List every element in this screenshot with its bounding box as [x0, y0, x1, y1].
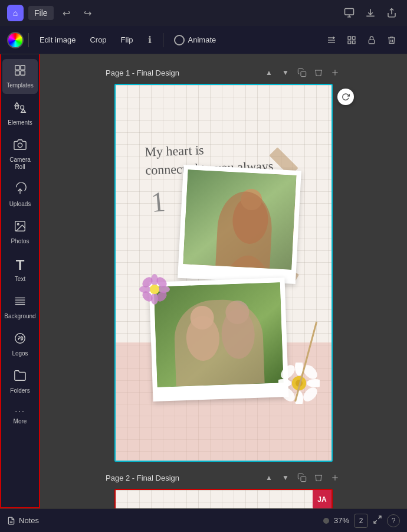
lock-icon[interactable]	[363, 32, 380, 48]
ja-badge: JA	[313, 490, 331, 508]
polaroid-1-photo	[183, 169, 296, 269]
more-icon: ···	[15, 406, 25, 416]
svg-point-54	[278, 379, 291, 387]
edit-image-button[interactable]: Edit image	[34, 32, 81, 47]
logos-icon	[14, 332, 27, 348]
page-2-add-icon[interactable]	[329, 471, 342, 484]
sidebar-item-camera-roll[interactable]: Camera Roll	[2, 133, 38, 175]
page-2-icons: ▲ ▼	[262, 471, 342, 484]
share-icon[interactable]	[383, 5, 400, 21]
toolbar: Edit image Crop Flip ℹ Animate	[0, 26, 407, 54]
page-2-header: Page 2 - Final Design ▲ ▼	[106, 471, 342, 484]
svg-rect-28	[301, 71, 306, 77]
page-1-header: Page 1 - Final Design ▲ ▼	[106, 66, 342, 79]
sidebar-item-folders[interactable]: Folders	[2, 364, 38, 399]
refresh-button[interactable]	[337, 89, 354, 105]
svg-rect-7	[352, 37, 355, 40]
svg-rect-62	[301, 476, 306, 482]
notes-button[interactable]: Notes	[7, 516, 39, 525]
page-1-collapse-up[interactable]: ▲	[262, 66, 275, 79]
sidebar-item-templates[interactable]: Templates	[2, 59, 38, 94]
elements-icon	[14, 101, 27, 117]
page-2-canvas[interactable]: JA	[114, 489, 333, 508]
page-1-title: Page 1 - Final Design	[106, 68, 258, 77]
sidebar-item-more[interactable]: ··· More	[2, 402, 38, 430]
number-decoration: 1	[150, 185, 167, 218]
trash-icon[interactable]	[383, 32, 400, 48]
page-2-collapse-up[interactable]: ▲	[262, 471, 275, 484]
sidebar-item-logos[interactable]: Logos	[2, 327, 38, 362]
topbar: ⌂ File ↩ ↪	[0, 0, 407, 26]
polaroid-2-photo	[154, 282, 284, 387]
background-icon	[14, 295, 27, 311]
progress-dot[interactable]	[323, 518, 329, 524]
page-2-delete-icon[interactable]	[312, 471, 325, 484]
flip-button[interactable]: Flip	[115, 32, 139, 47]
folders-icon	[14, 369, 27, 385]
sidebar-item-text[interactable]: T Text	[2, 252, 38, 288]
divider-2	[163, 33, 163, 47]
page-2-collapse-down[interactable]: ▼	[279, 471, 292, 484]
page-2-copy-icon[interactable]	[296, 471, 308, 484]
page-1-collapse-down[interactable]: ▼	[279, 66, 292, 79]
more-label: More	[14, 418, 27, 425]
svg-rect-9	[352, 41, 355, 44]
download-icon[interactable]	[362, 5, 379, 21]
sidebar: Templates Elements Camera Roll	[0, 54, 40, 508]
text-label: Text	[15, 276, 25, 283]
page-2-frame-wrapper: JA	[114, 489, 333, 508]
page-1-canvas[interactable]: My heart is connected to you always 1	[114, 84, 333, 462]
page-count-button[interactable]: 2	[354, 514, 368, 528]
svg-point-19	[18, 143, 22, 147]
text-icon: T	[16, 257, 25, 273]
page-1-frame-wrapper: My heart is connected to you always 1	[114, 84, 333, 462]
page-1-delete-icon[interactable]	[312, 66, 325, 79]
info-icon[interactable]: ℹ	[142, 32, 158, 48]
svg-point-37	[186, 315, 221, 361]
home-button[interactable]: ⌂	[7, 5, 24, 21]
camera-roll-icon	[14, 138, 27, 154]
page-1-add-icon[interactable]	[329, 66, 342, 79]
uploads-icon	[14, 182, 27, 198]
bottombar: Notes 37% 2 ?	[0, 508, 407, 532]
background-label: Background	[4, 313, 35, 320]
sidebar-item-uploads[interactable]: Uploads	[2, 178, 38, 213]
uploads-label: Uploads	[9, 201, 31, 208]
polaroid-2[interactable]	[149, 278, 289, 402]
animate-button[interactable]: Animate	[168, 32, 222, 48]
color-picker[interactable]	[7, 32, 24, 48]
expand-button[interactable]	[373, 515, 382, 526]
svg-marker-18	[21, 109, 25, 113]
svg-point-33	[231, 195, 269, 244]
sidebar-item-photos[interactable]: Photos	[2, 215, 38, 250]
page-1-section: Page 1 - Final Design ▲ ▼	[52, 66, 395, 462]
position-icon[interactable]	[323, 32, 340, 48]
page-1-copy-icon[interactable]	[296, 66, 308, 79]
present-icon[interactable]	[341, 5, 357, 21]
grid-icon[interactable]	[343, 32, 360, 48]
svg-rect-36	[154, 282, 284, 387]
svg-rect-32	[183, 169, 296, 269]
help-button[interactable]: ?	[387, 514, 400, 527]
page-2-grid	[116, 490, 331, 508]
svg-rect-12	[21, 66, 25, 70]
page-2-title: Page 2 - Final Design	[106, 474, 258, 482]
crop-button[interactable]: Crop	[84, 32, 112, 47]
file-menu[interactable]: File	[28, 6, 54, 20]
camera-roll-label: Camera Roll	[5, 156, 35, 171]
svg-marker-17	[15, 103, 19, 106]
sidebar-item-elements[interactable]: Elements	[2, 96, 38, 131]
undo-button[interactable]: ↩	[58, 5, 75, 21]
svg-line-67	[378, 516, 381, 519]
svg-rect-11	[15, 66, 19, 70]
polaroid-1[interactable]	[178, 165, 301, 284]
svg-point-39	[221, 309, 255, 360]
animate-label: Animate	[188, 35, 216, 44]
notes-icon	[7, 517, 15, 525]
notes-label: Notes	[19, 516, 39, 525]
photos-icon	[14, 220, 27, 236]
svg-rect-13	[15, 71, 19, 75]
animate-icon	[174, 35, 185, 45]
redo-button[interactable]: ↪	[80, 5, 96, 21]
sidebar-item-background[interactable]: Background	[2, 290, 38, 325]
